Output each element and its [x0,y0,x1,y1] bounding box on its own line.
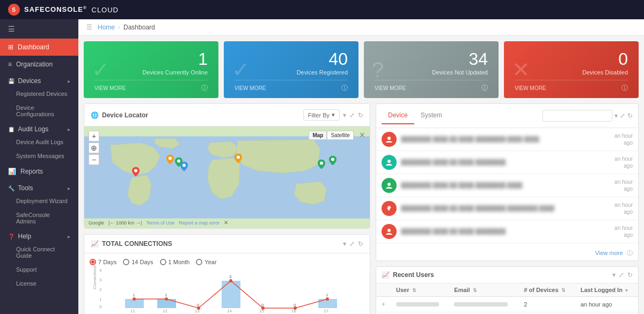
sidebar-hamburger[interactable]: ☰ [0,19,78,39]
period-14days[interactable]: 14 Days [123,259,153,265]
col-email[interactable]: Email ⇅ [449,283,518,297]
map-pin-7[interactable] [329,155,336,167]
stat-number-registered: 40 [235,49,348,69]
activity-panel-header: Device System ▾ ⤢ ↻ [376,104,638,128]
map-close-btn[interactable]: ✕ [359,131,365,139]
svg-rect-17 [222,281,240,308]
sidebar-item-organization[interactable]: ≡ Organization [0,56,78,73]
connections-expand-icon[interactable]: ⤢ [349,240,355,248]
recent-users-table: User ⇅ Email ⇅ # of Devices ⇅ [376,283,638,314]
activity-expand-icon[interactable]: ⤢ [620,112,625,119]
activity-avatar-2 [382,155,397,170]
refresh-icon[interactable]: ↻ [358,111,363,119]
view-more-disabled[interactable]: VIEW MORE [515,85,546,91]
expand-icon[interactable]: ⤢ [349,111,355,119]
chevron-icon: ▸ [68,126,71,132]
svg-point-42 [387,137,391,140]
activity-collapse-icon[interactable]: ▾ [614,112,618,119]
sidebar-section-tools[interactable]: 🔧 Tools ▸ [0,180,78,194]
hamburger-content[interactable]: ☰ [86,24,92,31]
sidebar-item-label: Tools [18,184,33,192]
activity-text-1: ████████ ████ ██ ████ ████████ ████ ████ [401,136,610,143]
sidebar-section-devices[interactable]: 💾 Devices ▸ [0,73,78,87]
map-controls: + ⊕ − [89,131,99,165]
period-1month[interactable]: 1 Month [160,259,190,265]
view-more-registered[interactable]: VIEW MORE [235,85,266,91]
map-zoom-out[interactable]: − [89,154,99,165]
col-last-logged[interactable]: Last Logged In ▾ [575,283,638,297]
map-type-map[interactable]: Map [309,131,327,140]
sidebar-item-deployment-wizard[interactable]: Deployment Wizard [0,194,78,208]
sidebar-item-system-messages[interactable]: System Messages [0,149,78,163]
last-logged-cell-1: an hour ago [575,297,638,312]
tab-device[interactable]: Device [382,107,414,124]
period-year[interactable]: Year [196,259,216,265]
map-pin-5[interactable] [235,153,242,165]
table-row: + 6 3 days ago [376,312,638,315]
map-pin-4[interactable] [180,162,188,173]
map-pin-2[interactable] [166,154,174,166]
col-user[interactable]: User ⇅ [391,283,449,297]
device-locator-title: 🌐 Device Locator [91,111,148,119]
sidebar: ☰ ⊞ Dashboard ≡ Organization 💾 Devices ▸… [0,19,78,314]
stat-card-registered: 40 Devices Registered VIEW MORE ⓘ ✓ [224,41,358,98]
sidebar-item-reports[interactable]: 📊 Reports [0,163,78,180]
collapse-icon[interactable]: ▾ [343,111,346,119]
sidebar-item-license[interactable]: License [0,276,78,290]
view-more-not-updated[interactable]: VIEW MORE [375,85,406,91]
reports-icon: 📊 [8,168,16,175]
map-terms[interactable]: Terms of Use [146,220,174,226]
sidebar-item-dashboard[interactable]: ⊞ Dashboard [0,39,78,56]
map-zoom-in[interactable]: + [89,131,99,141]
activity-time-3: an hourago [614,178,633,192]
svg-text:1: 1 [99,297,102,302]
map-close-footer[interactable]: ✕ [224,220,228,226]
chevron-down-icon: ▾ [332,111,335,118]
sidebar-item-support[interactable]: Support [0,263,78,276]
activity-content-3: ████████ ████ ██ ████ ████████ ████ [401,182,610,189]
map-pin-1[interactable] [132,167,140,178]
svg-point-3 [177,160,180,163]
activity-refresh-icon[interactable]: ↻ [627,112,633,119]
sidebar-section-help[interactable]: ❓ Help ▸ [0,228,78,242]
svg-point-6 [320,162,323,165]
connections-collapse-icon[interactable]: ▾ [343,240,346,248]
activity-item: ████████ ████ ██ ████ ████████ ████ ████… [376,128,638,151]
tab-system[interactable]: System [414,107,449,124]
sidebar-item-device-audit-logs[interactable]: Device Audit Logs [0,135,78,149]
breadcrumb-home[interactable]: Home [98,24,115,31]
svg-text:1: 1 [165,293,167,297]
sidebar-item-quick-connect[interactable]: Quick Connect Guide [0,242,78,263]
svg-point-1 [134,169,137,172]
activity-search-input[interactable] [543,110,612,122]
svg-point-44 [387,183,391,186]
period-7days[interactable]: 7 Days [90,259,116,265]
sidebar-section-audit-logs[interactable]: 📋 Audit Logs ▸ [0,121,78,135]
map-footer: Google |← 1000 km →| Terms of Use Report… [89,220,228,226]
table-row: + 2 an hour ago [376,297,638,312]
map-compass[interactable]: ⊕ [89,143,99,153]
radio-1month [160,259,166,265]
map-report[interactable]: Report a map error [179,220,219,226]
view-more-online[interactable]: VIEW MORE [94,85,126,91]
svg-point-22 [165,297,168,301]
recent-users-panel: 📈 Recent Users ▾ ⤢ ↻ [376,266,639,314]
users-collapse-icon[interactable]: ▾ [612,271,616,279]
sidebar-item-registered-devices[interactable]: Registered Devices [0,87,78,101]
more-icon-online: ⓘ [201,84,208,93]
map-type-satellite[interactable]: Satellite [327,131,354,140]
svg-text:16: 16 [291,309,296,313]
connections-refresh-icon[interactable]: ↻ [358,240,363,248]
view-more-link[interactable]: View more [595,250,623,256]
sidebar-item-safeconsole-admins[interactable]: SafeConsole Admins [0,208,78,228]
svg-text:4: 4 [99,268,102,273]
sidebar-item-device-configurations[interactable]: Device Configurations [0,101,78,121]
users-refresh-icon[interactable]: ↻ [627,271,633,279]
row-expand-1[interactable]: + [382,301,385,308]
recent-users-header: 📈 Recent Users ▾ ⤢ ↻ [376,267,638,283]
filter-by-button[interactable]: Filter By ▾ [303,109,340,121]
map-pin-6[interactable] [318,160,325,171]
col-devices[interactable]: # of Devices ⇅ [518,283,575,297]
users-expand-icon[interactable]: ⤢ [619,271,624,279]
svg-point-7 [331,158,334,161]
